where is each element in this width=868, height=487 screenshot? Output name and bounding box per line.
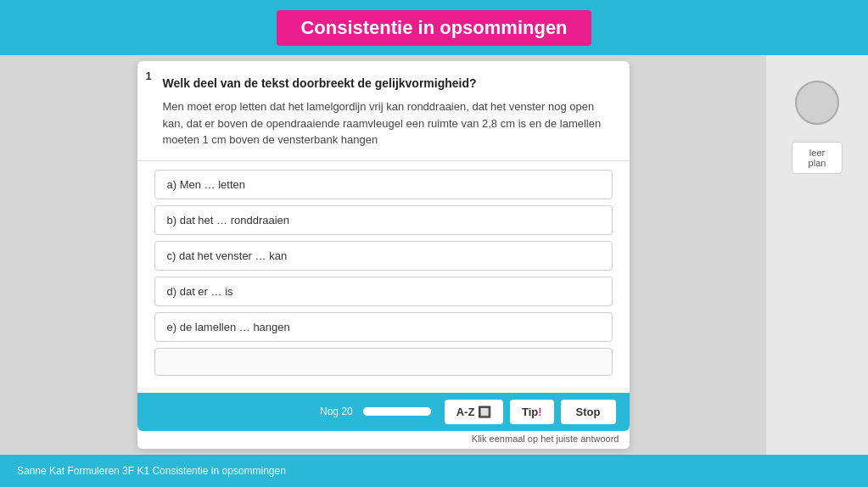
question-main-text: Welk deel van de tekst doorbreekt de gel… (163, 76, 613, 90)
answer-option-a[interactable]: a) Men … letten (154, 170, 613, 199)
leerplan-button[interactable]: leer plan (792, 142, 843, 174)
question-body: 1 Welk deel van de tekst doorbreekt de g… (137, 61, 630, 161)
answer-option-d[interactable]: d) dat er … is (154, 277, 613, 306)
progress-bar-fill (363, 407, 431, 416)
answer-input-row (154, 348, 613, 376)
answer-option-c[interactable]: c) dat het venster … kan (154, 241, 613, 271)
tip-button[interactable]: Tip! (510, 400, 554, 424)
progress-bar-container (363, 407, 431, 416)
stop-button[interactable]: Stop (561, 400, 616, 424)
nog-label: Nog 20 (320, 406, 353, 417)
page-title: Consistentie in opsommingen (277, 10, 591, 46)
tip-exclaim: ! (538, 406, 541, 418)
right-sidebar: leer plan (766, 55, 868, 455)
question-card: 1 Welk deel van de tekst doorbreekt de g… (137, 61, 630, 449)
question-number: 1 (146, 70, 152, 82)
avatar (795, 81, 839, 125)
answer-text-input[interactable] (154, 348, 613, 376)
question-passage: Men moet erop letten dat het lamelgordij… (163, 98, 613, 148)
top-bar: Consistentie in opsommingen (0, 0, 868, 55)
bottom-bar: Sanne Kat Formuleren 3F K1 Consistentie … (0, 455, 868, 487)
footer-text: Sanne Kat Formuleren 3F K1 Consistentie … (17, 465, 286, 477)
answers-section: a) Men … letten b) dat het … ronddraaien… (137, 161, 630, 393)
answer-option-b[interactable]: b) dat het … ronddraaien (154, 205, 613, 235)
answer-option-e[interactable]: e) de lamellen … hangen (154, 312, 613, 342)
az-button[interactable]: A-Z 🔲 (445, 400, 503, 424)
tip-label: Tip (522, 406, 538, 418)
action-bar: Nog 20 A-Z 🔲 Tip! Stop (137, 393, 630, 431)
main-area: 1 Welk deel van de tekst doorbreekt de g… (0, 55, 766, 455)
click-hint: Klik eenmaal op het juiste antwoord (137, 431, 630, 449)
